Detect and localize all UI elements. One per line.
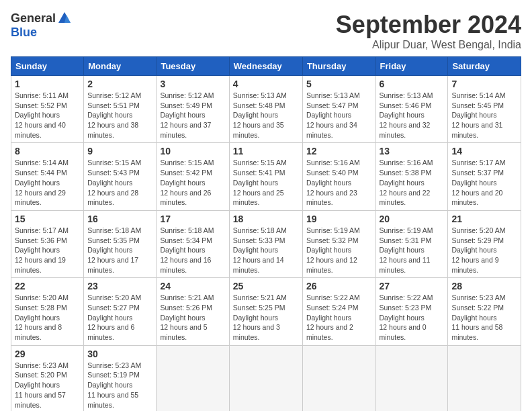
day-info: Sunrise: 5:12 AM Sunset: 5:51 PM Dayligh… (87, 91, 152, 140)
day-info: Sunrise: 5:15 AM Sunset: 5:42 PM Dayligh… (160, 158, 225, 207)
header-row: Sunday Monday Tuesday Wednesday Thursday… (11, 57, 521, 76)
day-info: Sunrise: 5:17 AM Sunset: 5:37 PM Dayligh… (451, 158, 517, 207)
header: General Blue September 2024 Alipur Duar,… (11, 11, 521, 51)
day-number: 12 (306, 146, 372, 156)
day-number: 17 (160, 214, 225, 224)
col-tuesday: Tuesday (157, 57, 229, 76)
calendar-table: Sunday Monday Tuesday Wednesday Thursday… (11, 56, 521, 411)
day-number: 28 (451, 281, 517, 291)
logo-blue-text: Blue (11, 26, 37, 40)
day-number: 9 (87, 146, 152, 156)
day-number: 25 (233, 281, 299, 291)
day-info: Sunrise: 5:13 AM Sunset: 5:47 PM Dayligh… (306, 91, 372, 140)
day-info: Sunrise: 5:23 AM Sunset: 5:20 PM Dayligh… (15, 361, 80, 410)
table-row: 22 Sunrise: 5:20 AM Sunset: 5:28 PM Dayl… (11, 278, 521, 345)
col-sunday: Sunday (11, 57, 84, 76)
day-number: 19 (306, 214, 372, 224)
col-saturday: Saturday (448, 57, 521, 76)
col-wednesday: Wednesday (229, 57, 302, 76)
day-info: Sunrise: 5:19 AM Sunset: 5:31 PM Dayligh… (380, 226, 445, 275)
day-info: Sunrise: 5:14 AM Sunset: 5:44 PM Dayligh… (15, 158, 80, 207)
day-info: Sunrise: 5:18 AM Sunset: 5:34 PM Dayligh… (160, 226, 225, 275)
day-number: 13 (380, 146, 445, 156)
col-monday: Monday (84, 57, 157, 76)
day-number: 14 (451, 146, 517, 156)
day-number: 23 (87, 281, 152, 291)
day-info: Sunrise: 5:12 AM Sunset: 5:49 PM Dayligh… (160, 91, 225, 140)
day-info: Sunrise: 5:15 AM Sunset: 5:43 PM Dayligh… (87, 158, 152, 207)
day-number: 16 (87, 214, 152, 224)
day-info: Sunrise: 5:11 AM Sunset: 5:52 PM Dayligh… (15, 91, 80, 140)
day-info: Sunrise: 5:22 AM Sunset: 5:24 PM Dayligh… (306, 293, 372, 342)
table-row: 15 Sunrise: 5:17 AM Sunset: 5:36 PM Dayl… (11, 210, 521, 277)
day-number: 11 (233, 146, 299, 156)
day-number: 10 (160, 146, 225, 156)
col-thursday: Thursday (302, 57, 375, 76)
logo: General Blue (11, 11, 72, 40)
day-info: Sunrise: 5:22 AM Sunset: 5:23 PM Dayligh… (380, 293, 445, 342)
day-info: Sunrise: 5:21 AM Sunset: 5:26 PM Dayligh… (160, 293, 225, 342)
day-number: 27 (380, 281, 445, 291)
day-number: 8 (15, 146, 80, 156)
title-area: September 2024 Alipur Duar, West Bengal,… (336, 11, 521, 51)
day-info: Sunrise: 5:18 AM Sunset: 5:35 PM Dayligh… (87, 226, 152, 275)
day-number: 20 (380, 214, 445, 224)
day-number: 7 (451, 79, 517, 89)
day-info: Sunrise: 5:15 AM Sunset: 5:41 PM Dayligh… (233, 158, 299, 207)
day-number: 21 (451, 214, 517, 224)
day-number: 26 (306, 281, 372, 291)
day-info: Sunrise: 5:23 AM Sunset: 5:22 PM Dayligh… (451, 293, 517, 342)
day-number: 30 (87, 349, 152, 359)
day-number: 29 (15, 349, 80, 359)
day-info: Sunrise: 5:19 AM Sunset: 5:32 PM Dayligh… (306, 226, 372, 275)
day-number: 15 (15, 214, 80, 224)
logo-general-text: General (11, 11, 56, 26)
month-title: September 2024 (336, 11, 521, 39)
day-number: 24 (160, 281, 225, 291)
table-row: 29 Sunrise: 5:23 AM Sunset: 5:20 PM Dayl… (11, 345, 521, 411)
day-info: Sunrise: 5:13 AM Sunset: 5:48 PM Dayligh… (233, 91, 299, 140)
day-number: 18 (233, 214, 299, 224)
day-info: Sunrise: 5:20 AM Sunset: 5:27 PM Dayligh… (87, 293, 152, 342)
day-info: Sunrise: 5:20 AM Sunset: 5:29 PM Dayligh… (451, 226, 517, 275)
day-info: Sunrise: 5:16 AM Sunset: 5:38 PM Dayligh… (380, 158, 445, 207)
day-number: 3 (160, 79, 225, 89)
day-info: Sunrise: 5:23 AM Sunset: 5:19 PM Dayligh… (87, 361, 152, 410)
logo-icon (57, 11, 72, 26)
day-number: 6 (380, 79, 445, 89)
day-info: Sunrise: 5:17 AM Sunset: 5:36 PM Dayligh… (15, 226, 80, 275)
day-info: Sunrise: 5:14 AM Sunset: 5:45 PM Dayligh… (451, 91, 517, 140)
day-info: Sunrise: 5:18 AM Sunset: 5:33 PM Dayligh… (233, 226, 299, 275)
day-number: 4 (233, 79, 299, 89)
table-row: 1 Sunrise: 5:11 AM Sunset: 5:52 PM Dayli… (11, 76, 521, 143)
day-info: Sunrise: 5:20 AM Sunset: 5:28 PM Dayligh… (15, 293, 80, 342)
col-friday: Friday (375, 57, 448, 76)
day-info: Sunrise: 5:13 AM Sunset: 5:46 PM Dayligh… (380, 91, 445, 140)
location-subtitle: Alipur Duar, West Bengal, India (336, 39, 521, 51)
table-row: 8 Sunrise: 5:14 AM Sunset: 5:44 PM Dayli… (11, 143, 521, 210)
day-number: 22 (15, 281, 80, 291)
day-info: Sunrise: 5:21 AM Sunset: 5:25 PM Dayligh… (233, 293, 299, 342)
day-number: 1 (15, 79, 80, 89)
day-number: 5 (306, 79, 372, 89)
day-number: 2 (87, 79, 152, 89)
day-info: Sunrise: 5:16 AM Sunset: 5:40 PM Dayligh… (306, 158, 372, 207)
